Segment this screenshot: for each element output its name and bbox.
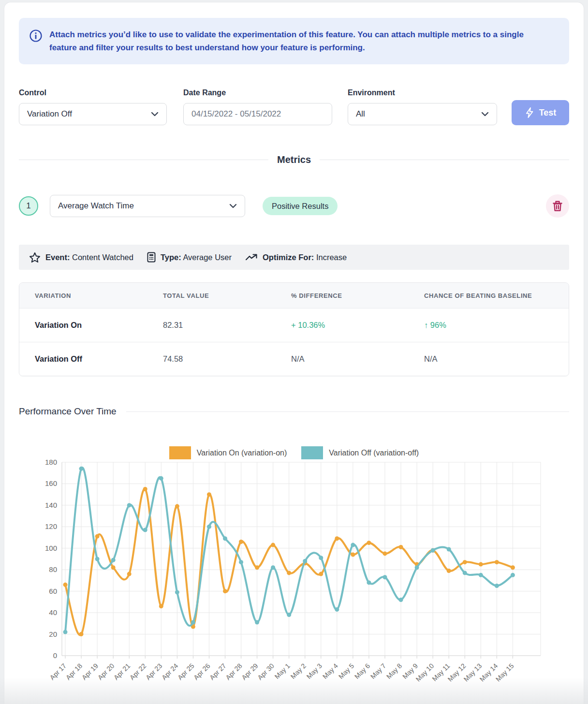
difference-cell: + 10.36%	[291, 321, 424, 330]
data-point	[367, 541, 371, 545]
data-point	[287, 613, 291, 617]
svg-text:Apr 29: Apr 29	[240, 662, 260, 682]
data-point	[79, 632, 84, 636]
trend-up-icon	[245, 253, 258, 261]
data-point	[383, 551, 387, 556]
chevron-down-icon	[229, 204, 237, 208]
table-row: Variation On82.31+ 10.36%↑ 96%	[19, 308, 569, 342]
variation-cell: Variation Off	[35, 354, 163, 364]
svg-text:Apr 17: Apr 17	[48, 662, 68, 682]
star-icon	[29, 252, 41, 263]
event-label: Event:	[45, 253, 70, 262]
data-point	[479, 573, 483, 577]
data-point	[399, 545, 403, 549]
data-point	[255, 620, 259, 625]
test-button[interactable]: Test	[512, 100, 569, 125]
banner-text: Attach metrics you’d like to use to vali…	[49, 28, 547, 54]
total-value-cell: 74.58	[163, 354, 291, 364]
data-point	[79, 467, 84, 471]
chance-cell: ↑ 96%	[424, 321, 569, 330]
legend-label: Variation Off (variation-off)	[329, 449, 419, 457]
metric-index-badge: 1	[19, 196, 38, 216]
results-table: Variation Total Value % Difference Chanc…	[19, 282, 569, 376]
svg-text:Apr 27: Apr 27	[208, 662, 228, 682]
data-point	[239, 560, 243, 564]
svg-text:20: 20	[49, 630, 57, 638]
svg-text:May 7: May 7	[369, 662, 387, 680]
performance-title: Performance Over Time	[19, 406, 117, 417]
date-range-value: 04/15/2022 - 05/15/2022	[191, 109, 324, 119]
metric-name: Average Watch Time	[58, 201, 229, 211]
svg-text:May 3: May 3	[305, 662, 323, 680]
svg-text:Apr 24: Apr 24	[160, 662, 180, 682]
data-point	[239, 540, 243, 544]
divider-line	[19, 160, 268, 160]
svg-text:160: 160	[45, 479, 57, 487]
chart-legend: Variation On (variation-on)Variation Off…	[19, 446, 569, 459]
legend-swatch	[169, 446, 191, 459]
data-point	[175, 590, 179, 594]
data-point	[495, 560, 499, 564]
data-point	[351, 553, 355, 557]
trash-icon	[552, 200, 563, 212]
data-point	[63, 583, 68, 587]
svg-text:May 10: May 10	[414, 662, 435, 683]
metric-row: 1 Average Watch Time Positive Results	[19, 194, 569, 218]
svg-text:Apr 30: Apr 30	[256, 662, 276, 682]
event-value: Content Watched	[72, 253, 133, 262]
svg-text:Apr 21: Apr 21	[112, 662, 132, 682]
data-point	[111, 558, 116, 562]
data-point	[319, 572, 323, 576]
svg-text:Apr 25: Apr 25	[176, 662, 196, 682]
data-point	[383, 575, 387, 579]
data-point	[463, 571, 467, 575]
svg-text:Apr 20: Apr 20	[96, 662, 116, 682]
data-point	[287, 571, 291, 575]
type-value: Average User	[183, 253, 232, 262]
svg-text:60: 60	[49, 587, 57, 595]
svg-text:May 15: May 15	[494, 662, 515, 683]
data-point	[143, 528, 147, 532]
total-value-cell: 82.31	[163, 321, 291, 330]
chevron-down-icon	[481, 112, 489, 117]
delete-metric-button[interactable]	[546, 194, 569, 218]
data-point	[223, 536, 227, 541]
test-button-label: Test	[539, 108, 557, 118]
svg-text:May 6: May 6	[353, 662, 371, 680]
variation-cell: Variation On	[35, 321, 163, 330]
data-point	[303, 559, 307, 563]
environment-select[interactable]: All	[348, 103, 497, 125]
environment-label: Environment	[348, 88, 497, 97]
svg-text:May 5: May 5	[337, 662, 355, 680]
table-body: Variation On82.31+ 10.36%↑ 96%Variation …	[19, 308, 569, 376]
control-select[interactable]: Variation Off	[19, 103, 167, 125]
data-point	[95, 534, 100, 539]
metrics-section-title: Metrics	[277, 154, 311, 165]
data-point	[351, 543, 355, 547]
data-point	[335, 536, 339, 541]
legend-item[interactable]: Variation On (variation-on)	[169, 446, 287, 459]
metrics-section-divider: Metrics	[19, 154, 569, 165]
svg-text:Apr 19: Apr 19	[80, 662, 100, 682]
svg-text:Apr 28: Apr 28	[224, 662, 244, 682]
col-total-value: Total Value	[163, 292, 291, 299]
svg-text:May 1: May 1	[273, 662, 292, 680]
table-header-row: Variation Total Value % Difference Chanc…	[19, 283, 569, 308]
difference-cell: N/A	[291, 354, 424, 364]
data-point	[447, 547, 451, 552]
col-chance: Chance of Beating Baseline	[424, 292, 569, 299]
data-point	[511, 573, 515, 577]
metric-select[interactable]: Average Watch Time	[50, 195, 245, 217]
divider-line	[320, 160, 569, 160]
svg-text:Apr 26: Apr 26	[192, 662, 212, 682]
filters-row: Control Variation Off Date Range 04/15/2…	[19, 88, 569, 125]
experiment-panel: Attach metrics you’d like to use to vali…	[4, 2, 584, 704]
date-range-input[interactable]: 04/15/2022 - 05/15/2022	[183, 103, 332, 125]
info-banner: Attach metrics you’d like to use to vali…	[19, 18, 569, 64]
chevron-down-icon	[151, 112, 159, 117]
svg-text:Apr 18: Apr 18	[64, 662, 84, 682]
data-point	[415, 565, 419, 570]
svg-text:May 8: May 8	[385, 662, 403, 680]
data-point	[223, 589, 227, 593]
legend-item[interactable]: Variation Off (variation-off)	[301, 446, 419, 459]
